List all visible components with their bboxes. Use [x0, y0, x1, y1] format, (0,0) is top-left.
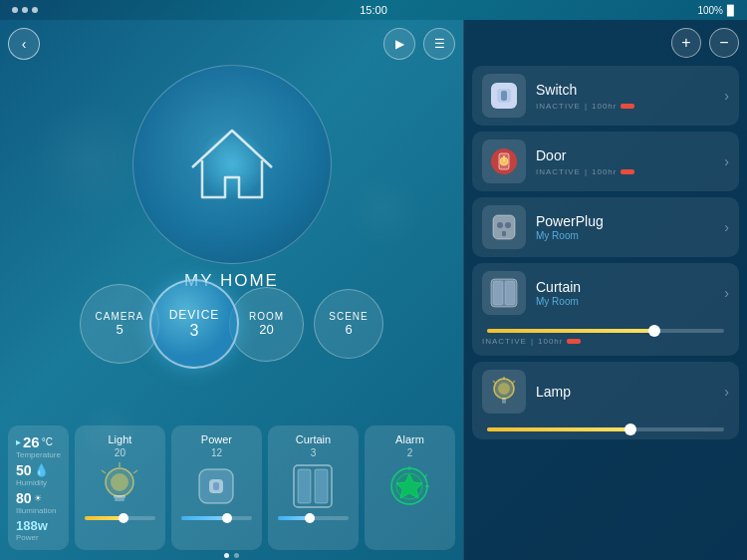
right-top-bar: + −	[464, 20, 747, 66]
left-panel: ‹ ▶ ☰ MY HOME CAMERA 5 DEVICE 3	[0, 20, 463, 560]
humidity-label: Humidity	[16, 478, 61, 487]
switch-name: Switch	[536, 82, 714, 98]
bottom-cards: ▸ 26 °C Temperature 50 💧 Humidity 80 ☀ I…	[8, 425, 455, 550]
curtain-info: Curtain My Room	[536, 279, 724, 307]
bokeh-2	[344, 169, 423, 249]
lamp-chevron: ›	[724, 384, 729, 400]
powerplug-sub: My Room	[536, 230, 714, 241]
light-icon-area	[96, 462, 143, 510]
lamp-info: Lamp	[536, 384, 724, 400]
switch-thumb	[482, 74, 526, 118]
remove-device-button[interactable]: −	[709, 28, 739, 58]
back-button[interactable]: ‹	[8, 28, 40, 60]
curtain-sub: My Room	[536, 296, 724, 307]
battery-text: 100%	[697, 5, 723, 16]
svg-rect-21	[501, 91, 507, 101]
scene-count: 6	[345, 322, 352, 337]
switch-thumb-icon	[489, 81, 519, 111]
home-circle[interactable]: MY HOME	[132, 65, 332, 264]
temp-unit: °C	[42, 436, 53, 447]
curtain-card[interactable]: Curtain 3	[268, 425, 359, 550]
room-count: 20	[259, 322, 273, 337]
curtain-icon-area	[289, 462, 337, 510]
status-time: 15:00	[360, 4, 387, 16]
door-battery-icon	[621, 169, 634, 174]
curtain-name: Curtain	[536, 279, 724, 295]
device-list: Switch INACTIVE | 100hr ›	[464, 66, 747, 439]
device-item-powerplug[interactable]: PowerPlug My Room ›	[472, 197, 739, 257]
door-chevron: ›	[724, 153, 729, 169]
battery-icon: ▉	[727, 5, 735, 16]
curtain-right-slider[interactable]	[487, 329, 724, 333]
door-info: Door INACTIVE | 100hr	[536, 147, 714, 176]
play-button[interactable]: ▶	[383, 28, 415, 60]
nav-room[interactable]: ROOM 20	[229, 287, 304, 362]
light-label: Light	[109, 433, 132, 445]
lamp-name: Lamp	[536, 384, 724, 400]
room-label: ROOM	[249, 311, 284, 322]
svg-line-37	[513, 381, 516, 384]
menu-button[interactable]: ☰	[423, 28, 455, 60]
powerplug-thumb-icon	[489, 211, 519, 243]
device-item-switch[interactable]: Switch INACTIVE | 100hr ›	[472, 66, 739, 126]
temp-value: 26	[23, 433, 40, 450]
svg-rect-29	[502, 231, 506, 236]
svg-rect-3	[115, 498, 124, 501]
illum-label: Illumination	[16, 506, 61, 515]
device-item-door[interactable]: Door INACTIVE | 100hr ›	[472, 132, 739, 191]
page-dot-2[interactable]	[234, 553, 239, 558]
svg-rect-25	[503, 155, 505, 161]
curtain-slider[interactable]	[278, 516, 349, 520]
page-dots	[0, 553, 463, 560]
device-item-curtain[interactable]: Curtain My Room › INACTIVE | 100hr	[472, 263, 739, 356]
add-device-button[interactable]: +	[671, 28, 701, 58]
svg-rect-12	[315, 469, 328, 503]
nav-camera[interactable]: CAMERA 5	[80, 284, 159, 364]
svg-rect-9	[213, 482, 219, 490]
signal-dot-3	[32, 7, 38, 13]
power-slider[interactable]	[181, 516, 252, 520]
svg-rect-31	[493, 281, 503, 305]
light-count: 20	[115, 447, 125, 458]
svg-point-1	[111, 473, 128, 491]
curtain-thumb-icon	[489, 277, 519, 309]
scene-label: SCENE	[329, 311, 368, 322]
curtain-card-count: 3	[311, 447, 317, 458]
power-card[interactable]: Power 12	[171, 425, 262, 550]
light-card[interactable]: Light 20	[75, 425, 165, 550]
nav-scene[interactable]: SCENE 6	[314, 289, 383, 359]
device-item-lamp[interactable]: Lamp ›	[472, 362, 739, 439]
page-dot-1[interactable]	[224, 553, 229, 558]
switch-card-icon	[195, 465, 237, 507]
door-thumb-icon	[489, 145, 519, 177]
status-bar: 15:00 100% ▉	[0, 0, 747, 20]
alarm-icon-area	[385, 462, 433, 510]
light-slider[interactable]	[85, 516, 155, 520]
svg-line-5	[133, 470, 137, 473]
stats-card: ▸ 26 °C Temperature 50 💧 Humidity 80 ☀ I…	[8, 425, 69, 550]
door-status: INACTIVE | 100hr	[536, 167, 714, 176]
curtain-card-icon	[292, 463, 334, 509]
humidity-value: 50	[16, 462, 32, 478]
alarm-card-label: Alarm	[395, 433, 424, 445]
alarm-card[interactable]: Alarm 2	[365, 425, 455, 550]
nav-device[interactable]: DEVICE 3	[149, 279, 239, 369]
illum-icon: ☀	[34, 493, 42, 503]
status-right: 100% ▉	[697, 5, 735, 16]
switch-status: INACTIVE | 100hr	[536, 102, 714, 111]
power-icon-area	[192, 462, 240, 510]
svg-line-17	[424, 474, 427, 477]
powerplug-thumb	[482, 205, 526, 249]
signal-dot-1	[12, 7, 18, 13]
alarm-card-count: 2	[407, 447, 413, 458]
svg-rect-32	[505, 281, 515, 305]
device-count: 3	[190, 322, 199, 340]
humidity-icon: 💧	[34, 463, 49, 477]
lamp-slider[interactable]	[487, 427, 724, 431]
bulb-icon	[100, 462, 139, 510]
top-icons-right: ▶ ☰	[383, 28, 455, 60]
status-left	[12, 7, 38, 13]
svg-point-27	[497, 222, 503, 228]
powerplug-info: PowerPlug My Room	[536, 213, 714, 241]
power-card-count: 12	[211, 447, 222, 458]
